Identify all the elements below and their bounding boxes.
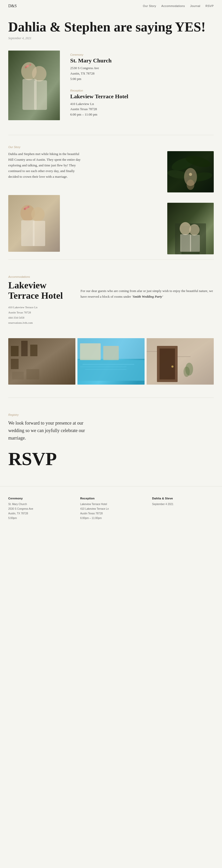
svg-point-15 — [187, 180, 194, 190]
svg-point-28 — [189, 224, 199, 236]
hotel-photo-pool — [78, 338, 144, 384]
footer-couple-text: September 4 2021 — [152, 502, 214, 506]
svg-rect-45 — [85, 369, 127, 370]
reception-name: Lakeview Terrace Hotel — [70, 93, 214, 100]
nav-accommodations[interactable]: Accommodations — [161, 4, 185, 7]
svg-rect-35 — [30, 345, 37, 356]
story-photo-couple-3 — [67, 195, 214, 254]
story-photo-couple-2 — [8, 195, 60, 254]
registry-section: Registry We look forward to your presenc… — [0, 398, 222, 486]
ceremony-address-2: Austin, TX 78728 — [70, 71, 94, 75]
event-section: Ceremony St. Mary Church 2530 S Congress… — [0, 45, 222, 135]
leaves-svg — [167, 151, 214, 192]
couple-2-svg — [8, 195, 60, 252]
footer-reception-line-1: Lakeview Terrace Hotel — [80, 503, 107, 505]
accom-left-col: Accommodations Lakeview Terrace Hotel 41… — [8, 275, 70, 325]
svg-rect-30 — [190, 235, 200, 252]
footer-reception-line-3: Austin Texas 78728 — [80, 512, 103, 515]
event-details: Ceremony St. Mary Church 2530 S Congress… — [70, 51, 214, 125]
ceremony-label: Ceremony — [70, 53, 214, 56]
accommodations-section: Accommodations Lakeview Terrace Hotel 41… — [0, 260, 222, 333]
footer-col-reception: Reception Lakeview Terrace Hotel 410 Lak… — [80, 497, 142, 521]
footer-ceremony-title: Ceremony — [8, 497, 70, 500]
hotel-pool-svg — [78, 338, 144, 384]
rsvp-heading: RSVP — [8, 450, 214, 468]
registry-text: We look forward to your presence at our … — [8, 420, 91, 442]
ceremony-address: 2530 S Congress Ave Austin, TX 78728 5:0… — [70, 65, 214, 82]
svg-point-7 — [25, 66, 27, 68]
hotel-door-svg — [147, 338, 214, 384]
svg-rect-19 — [21, 220, 35, 246]
ceremony-address-1: 2530 S Congress Ave — [70, 66, 99, 70]
registry-label: Registry — [8, 413, 214, 416]
hotel-photos — [0, 333, 222, 398]
footer-ceremony-line-1: St. Mary Church — [8, 503, 27, 505]
footer-ceremony-text: St. Mary Church 2530 S Congress Ave Aust… — [8, 502, 70, 521]
ceremony-time: 5:00 pm — [70, 77, 81, 81]
story-text-col: Dahlia and Stephen met while hiking in t… — [8, 151, 81, 192]
svg-point-27 — [180, 222, 191, 235]
svg-rect-40 — [80, 343, 101, 360]
svg-rect-36 — [12, 372, 24, 379]
reception-time: 6:00 pm – 11:00 pm — [70, 113, 97, 116]
hero-section: Dahlia & Stephen are saying YES! Septemb… — [0, 12, 222, 45]
accom-label: Accommodations — [8, 275, 70, 278]
svg-rect-33 — [11, 359, 19, 369]
footer-col-couple: Dahlia & Steve September 4 2021 — [152, 497, 214, 521]
svg-rect-29 — [180, 234, 191, 252]
svg-point-14 — [189, 173, 192, 176]
svg-point-50 — [171, 366, 173, 368]
footer-reception-title: Reception — [80, 497, 142, 500]
accom-right-col: For our dear guests who are coming from … — [81, 275, 214, 325]
accom-address: 410 Lakeview Terrace Ln Austin Texas 787… — [8, 305, 70, 325]
svg-rect-32 — [11, 346, 19, 356]
svg-rect-44 — [80, 367, 127, 367]
hero-title: Dahlia & Stephen are saying YES! — [8, 20, 214, 34]
navigation: D&S Our Story Accommodations Journal RSV… — [0, 0, 222, 12]
footer-ceremony-line-2: 2530 S Congress Ave — [8, 507, 33, 510]
event-couple-photo — [8, 51, 60, 120]
svg-rect-41 — [103, 346, 119, 360]
footer-couple-line-1: September 4 2021 — [152, 503, 173, 505]
hotel-photo-1 — [8, 338, 75, 384]
svg-rect-49 — [160, 348, 175, 379]
accom-phone: 444-334-5458 — [8, 316, 24, 319]
accom-hotel-name: Lakeview Terrace Hotel — [8, 280, 70, 301]
svg-rect-37 — [26, 369, 39, 379]
ceremony-name: St. Mary Church — [70, 57, 214, 64]
couple-svg-1 — [8, 51, 60, 120]
accom-address-1: 410 Lakeview Terrace Ln — [8, 306, 37, 309]
accom-address-2: Austin Texas 78728 — [8, 311, 31, 314]
accom-party-name: 'Smith Wedding Party' — [132, 294, 163, 299]
svg-point-18 — [31, 207, 45, 222]
svg-rect-47 — [147, 338, 214, 384]
story-label: Our Story — [8, 146, 214, 149]
svg-rect-20 — [33, 221, 45, 246]
svg-rect-51 — [147, 351, 157, 352]
svg-rect-4 — [34, 80, 47, 110]
svg-rect-34 — [21, 341, 28, 356]
reception-block: Reception Lakeview Terrace Hotel 410 Lak… — [70, 89, 214, 117]
footer-ceremony-line-4: 5:00pm — [8, 517, 17, 520]
accom-website: reservations.lvth.com — [8, 321, 33, 324]
svg-point-6 — [29, 64, 31, 66]
story-text: Dahlia and Stephen met while hiking in t… — [8, 151, 81, 180]
nav-our-story[interactable]: Our Story — [143, 4, 157, 7]
story-bottom-photos — [8, 195, 214, 254]
nav-links: Our Story Accommodations Journal RSVP — [143, 4, 214, 7]
svg-rect-52 — [177, 356, 191, 357]
footer: Ceremony St. Mary Church 2530 S Congress… — [0, 486, 222, 528]
svg-rect-42 — [78, 360, 144, 381]
reception-label: Reception — [70, 89, 214, 92]
story-section: Our Story Dahlia and Stephen met while h… — [0, 135, 222, 259]
nav-journal[interactable]: Journal — [190, 4, 200, 7]
svg-point-54 — [184, 367, 190, 377]
reception-address-1: 410 Lakeview Ln — [70, 102, 94, 106]
couple-photo-1 — [8, 51, 60, 120]
hotel-photo-door — [147, 338, 214, 384]
nav-rsvp[interactable]: RSVP — [205, 4, 214, 7]
reception-address: 410 Lakeview Ln Austin Texas 78728 6:00 … — [70, 101, 214, 117]
ceremony-block: Ceremony St. Mary Church 2530 S Congress… — [70, 53, 214, 82]
couple-3-svg — [167, 203, 214, 254]
footer-couple-title: Dahlia & Steve — [152, 497, 214, 500]
